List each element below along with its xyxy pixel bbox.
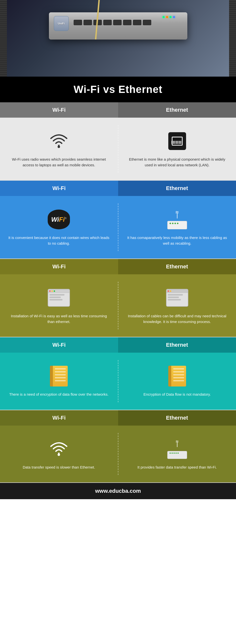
mobility-wifi-cell: WiFi® It is convenient because it does n… [0, 204, 118, 251]
port-1 [74, 20, 82, 25]
header-wifi-intro: Wi-Fi [0, 102, 118, 118]
light-green-1 [162, 16, 164, 18]
switch-ports [74, 20, 151, 25]
router-speed-icon: ≋ [166, 438, 188, 460]
browser-wifi-icon [48, 287, 70, 309]
section-intro-content: Wi-Fi uses radio waves which provides se… [0, 118, 236, 180]
intro-ethernet-text: Ethernet is more like a physical compone… [126, 157, 229, 168]
section-installation: Wi-Fi Ethernet Installati [0, 259, 236, 337]
switch-logo: UniFi [54, 16, 69, 31]
encryption-ethernet-cell: Encryption of Data flow is not mandatory… [118, 360, 236, 402]
header-wifi-mobility: Wi-Fi [0, 181, 118, 196]
header-ethernet-encryption: Ethernet [118, 337, 236, 353]
intro-wifi-text: Wi-Fi uses radio waves which provides se… [8, 157, 110, 168]
encryption-wifi-text: There is a need of encryption of data fl… [9, 392, 108, 397]
router-icon: ≋ [166, 208, 188, 230]
speed-ethernet-text: It provides faster data transfer speed t… [138, 464, 217, 470]
ethernet-port-icon [166, 130, 188, 152]
port-6 [123, 20, 132, 25]
notebook-wifi-icon [48, 365, 70, 387]
notebook-ethernet-icon [166, 365, 188, 387]
hero-image: UniFi [0, 0, 236, 76]
section-mobility-content: WiFi® It is convenient because it does n… [0, 196, 236, 258]
switch-lights [162, 16, 175, 18]
header-ethernet-installation: Ethernet [118, 259, 236, 274]
light-green-2 [170, 16, 172, 18]
section-mobility: Wi-Fi Ethernet WiFi® It is convenient be… [0, 181, 236, 259]
header-ethernet-speed: Ethernet [118, 410, 236, 426]
section-intro-header: Wi-Fi Ethernet [0, 102, 236, 118]
intro-ethernet-cell: Ethernet is more like a physical compone… [118, 125, 236, 173]
light-blue [173, 16, 175, 18]
section-intro: Wi-Fi Ethernet Wi-Fi uses radio waves wh… [0, 102, 236, 181]
installation-wifi-text: Installation of Wi-Fi is easy as well as… [8, 313, 110, 324]
footer-url: www.educba.com [95, 488, 141, 494]
network-switch: UniFi [49, 12, 187, 40]
wifi-brand-icon: WiFi® [48, 208, 70, 230]
installation-ethernet-text: Installation of cables can be difficult … [126, 313, 229, 324]
port-7 [133, 20, 141, 25]
section-speed-content: Data transfer speed is slower than Ether… [0, 426, 236, 483]
wifi-signal-icon [48, 130, 70, 152]
installation-wifi-cell: Installation of Wi-Fi is easy as well as… [0, 282, 118, 330]
wifi-speed-icon [48, 438, 70, 460]
mobility-ethernet-text: It has comaparatively less mobility as t… [126, 235, 229, 246]
light-orange [166, 16, 168, 18]
section-encryption-content: There is a need of encryption of data fl… [0, 353, 236, 410]
section-speed: Wi-Fi Ethernet Data transfer speed is sl… [0, 410, 236, 483]
header-ethernet-intro: Ethernet [118, 102, 236, 118]
network-visual: UniFi [0, 0, 236, 76]
port-5 [113, 20, 122, 25]
header-ethernet-mobility: Ethernet [118, 181, 236, 196]
speed-wifi-text: Data transfer speed is slower than Ether… [23, 464, 95, 470]
footer: www.educba.com [0, 483, 236, 499]
port-2 [84, 20, 92, 25]
encryption-ethernet-text: Encryption of Data flow is not mandatory… [144, 392, 211, 397]
section-mobility-header: Wi-Fi Ethernet [0, 181, 236, 196]
browser-ethernet-icon [166, 287, 188, 309]
section-encryption-header: Wi-Fi Ethernet [0, 337, 236, 353]
header-wifi-speed: Wi-Fi [0, 410, 118, 426]
header-wifi-encryption: Wi-Fi [0, 337, 118, 353]
speed-ethernet-cell: ≋ It provides faster data transfer speed… [118, 433, 236, 475]
section-installation-content: Installation of Wi-Fi is easy as well as… [0, 274, 236, 337]
mobility-ethernet-cell: ≋ It has comaparatively less mobility as… [118, 204, 236, 251]
svg-point-0 [58, 146, 60, 148]
title-section: Wi-Fi vs Ethernet [0, 76, 236, 102]
speed-wifi-cell: Data transfer speed is slower than Ether… [0, 433, 118, 475]
intro-wifi-cell: Wi-Fi uses radio waves which provides se… [0, 125, 118, 173]
section-encryption: Wi-Fi Ethernet There is a need of encryp… [0, 337, 236, 410]
port-4 [103, 20, 112, 25]
header-wifi-installation: Wi-Fi [0, 259, 118, 274]
encryption-wifi-cell: There is a need of encryption of data fl… [0, 360, 118, 402]
main-title: Wi-Fi vs Ethernet [5, 84, 231, 96]
section-installation-header: Wi-Fi Ethernet [0, 259, 236, 274]
port-8 [143, 20, 151, 25]
svg-point-1 [58, 454, 60, 456]
mobility-wifi-text: It is convenient because it does not con… [8, 235, 110, 246]
section-speed-header: Wi-Fi Ethernet [0, 410, 236, 426]
installation-ethernet-cell: Installation of cables can be difficult … [118, 282, 236, 330]
